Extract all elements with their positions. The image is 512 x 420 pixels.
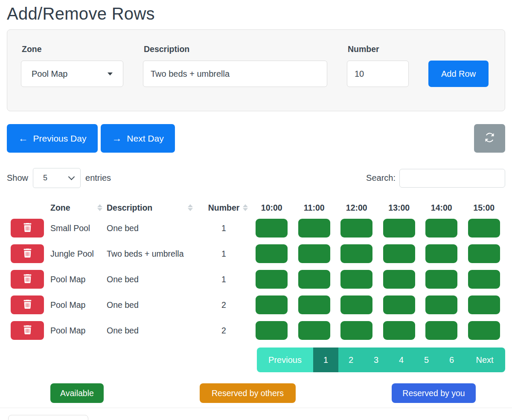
page-length-select[interactable]: 5: [33, 168, 81, 188]
slot-available[interactable]: [468, 219, 500, 238]
day-navigation: ← Previous Day → Next Day: [7, 124, 505, 153]
slot-available[interactable]: [256, 244, 288, 263]
delete-row-button[interactable]: [11, 219, 44, 238]
pagination-previous[interactable]: Previous: [257, 348, 313, 372]
slot-available[interactable]: [340, 244, 372, 263]
slot-available[interactable]: [425, 270, 457, 289]
trash-icon: [23, 300, 32, 310]
slot-available[interactable]: [298, 270, 330, 289]
slot-available[interactable]: [256, 270, 288, 289]
page: Add/Remove Rows Zone Pool Map Descriptio…: [0, 4, 512, 420]
delete-row-button[interactable]: [11, 295, 44, 314]
row-zone: Pool Map: [50, 275, 107, 284]
slot-available[interactable]: [256, 321, 288, 340]
zone-field: Zone Pool Map: [21, 43, 123, 87]
trash-icon: [23, 249, 32, 259]
slot-available[interactable]: [383, 270, 415, 289]
row-number: 1: [197, 223, 250, 233]
slot-available[interactable]: [383, 219, 415, 238]
pagination-page-3[interactable]: 3: [364, 348, 389, 372]
delete-row-button[interactable]: [11, 244, 44, 263]
pagination-next[interactable]: Next: [464, 348, 505, 372]
legend-reserved-others-button[interactable]: Reserved by others: [200, 383, 296, 403]
slot-available[interactable]: [468, 244, 500, 263]
slot-available[interactable]: [298, 321, 330, 340]
table-row: Pool Map One bed 2: [7, 292, 505, 318]
table-row: Pool Map One bed 2: [7, 318, 505, 343]
legend-reserved-you-button[interactable]: Reserved by you: [392, 383, 476, 403]
page-title: Add/Remove Rows: [7, 4, 505, 23]
slot-available[interactable]: [256, 295, 288, 314]
search-control: Search:: [366, 169, 505, 188]
slot-available[interactable]: [425, 321, 457, 340]
pagination-page-5[interactable]: 5: [414, 348, 439, 372]
slot-available[interactable]: [425, 295, 457, 314]
page-length-value: 5: [43, 174, 47, 182]
pagination-page-2[interactable]: 2: [338, 348, 364, 372]
chevron-down-icon: [68, 174, 75, 180]
zone-select[interactable]: Pool Map: [21, 61, 123, 87]
row-zone: Small Pool: [50, 223, 107, 233]
pagination-page-1[interactable]: 1: [313, 348, 338, 372]
slot-available[interactable]: [298, 219, 330, 238]
entries-label: entries: [85, 173, 111, 183]
row-number: 2: [197, 326, 250, 336]
time-column-header: 11:00: [293, 203, 336, 213]
zone-select-value: Pool Map: [32, 69, 68, 79]
table-header-row: Zone Description Number 10:0011:0012:001…: [7, 200, 505, 215]
description-input[interactable]: [143, 61, 327, 87]
time-column-header: 13:00: [378, 203, 421, 213]
row-description: Two beds + umbrella: [107, 249, 197, 259]
description-column-header[interactable]: Description: [107, 203, 197, 213]
slot-available[interactable]: [340, 295, 372, 314]
slot-available[interactable]: [468, 270, 500, 289]
slot-available[interactable]: [383, 295, 415, 314]
number-column-label: Number: [208, 203, 240, 213]
slot-available[interactable]: [298, 295, 330, 314]
legend-available-button[interactable]: Available: [50, 383, 104, 403]
slot-available[interactable]: [468, 321, 500, 340]
search-input[interactable]: [399, 169, 505, 188]
row-actions: [7, 270, 50, 289]
sort-icon: [243, 204, 248, 211]
slot-available[interactable]: [425, 244, 457, 263]
delete-row-button[interactable]: [11, 321, 44, 340]
number-input[interactable]: [347, 61, 409, 87]
previous-day-button[interactable]: ← Previous Day: [7, 124, 98, 153]
slot-available[interactable]: [383, 321, 415, 340]
delete-row-button[interactable]: [11, 270, 44, 289]
add-row-form: Zone Pool Map Description Number Add Row: [7, 29, 505, 111]
row-number: 1: [197, 249, 250, 259]
slot-available[interactable]: [340, 219, 372, 238]
zone-column-header[interactable]: Zone: [50, 203, 107, 213]
slot-available[interactable]: [298, 244, 330, 263]
slot-available[interactable]: [425, 219, 457, 238]
row-number: 1: [197, 275, 250, 284]
reservations-table: Zone Description Number 10:0011:0012:001…: [7, 200, 505, 343]
description-column-label: Description: [107, 203, 152, 213]
slot-available[interactable]: [340, 270, 372, 289]
slot-available[interactable]: [468, 295, 500, 314]
slot-available[interactable]: [256, 219, 288, 238]
time-column-header: 10:00: [250, 203, 293, 213]
trash-icon: [23, 274, 32, 284]
pagination-page-4[interactable]: 4: [389, 348, 414, 372]
table-row: Jungle Pool Two beds + umbrella 1: [7, 241, 505, 266]
next-day-button[interactable]: → Next Day: [101, 124, 175, 153]
row-number: 2: [197, 300, 250, 310]
table-row: Small Pool One bed 1: [7, 215, 505, 241]
caret-down-icon: [108, 72, 113, 75]
previous-day-label: Previous Day: [33, 133, 87, 144]
add-row-button[interactable]: Add Row: [428, 61, 489, 87]
table-controls: Show 5 entries Search:: [7, 168, 505, 188]
slot-available[interactable]: [383, 244, 415, 263]
legend: Available Reserved by others Reserved by…: [7, 383, 505, 403]
zone-label: Zone: [22, 43, 123, 55]
pagination-page-6[interactable]: 6: [439, 348, 464, 372]
partial-element-cutoff: [8, 415, 88, 420]
time-column-header: 15:00: [463, 203, 506, 213]
number-column-header[interactable]: Number: [197, 203, 250, 213]
left-arrow-icon: ←: [18, 133, 28, 143]
refresh-button[interactable]: [474, 124, 505, 153]
slot-available[interactable]: [340, 321, 372, 340]
